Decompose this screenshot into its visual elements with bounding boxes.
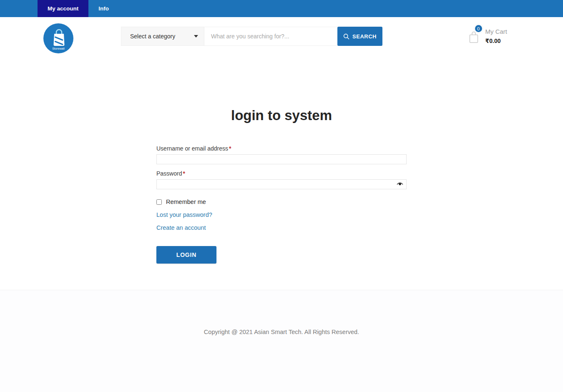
login-form: Username or email address* Password* Rem… [156, 145, 407, 264]
password-field[interactable] [156, 179, 407, 189]
search-input[interactable] [204, 27, 338, 45]
logo-text: Storewall [52, 47, 65, 50]
create-account-link[interactable]: Create an account [156, 224, 407, 231]
search-button-label: SEARCH [352, 33, 377, 40]
password-label: Password* [156, 170, 407, 177]
site-footer: Copyright @ 2021 Asian Smart Tech. All R… [0, 290, 563, 392]
site-header: Storewall Select a category SEARCH 0 My … [0, 17, 563, 69]
username-required-marker: * [229, 145, 231, 152]
login-button[interactable]: LOGIN [156, 246, 216, 264]
password-label-text: Password [156, 170, 182, 177]
mini-cart[interactable]: 0 My Cart ₹0.00 [469, 24, 508, 44]
remember-me-checkbox[interactable] [156, 199, 162, 205]
storewall-logo-icon: Storewall [43, 23, 73, 53]
search-button[interactable]: SEARCH [337, 27, 382, 46]
search-icon [343, 33, 349, 40]
chevron-down-icon [194, 35, 198, 38]
lost-password-link[interactable]: Lost your password? [156, 211, 407, 218]
site-logo[interactable]: Storewall [43, 23, 73, 53]
cart-label: My Cart [485, 28, 508, 35]
remember-me-row: Remember me [156, 199, 407, 205]
topbar-tab-my-account-label: My account [48, 5, 78, 12]
username-field[interactable] [156, 154, 407, 164]
cart-total: ₹0.00 [485, 38, 508, 44]
category-select-value: Select a category [130, 33, 175, 40]
username-label-text: Username or email address [156, 145, 228, 152]
topbar-tab-my-account[interactable]: My account [38, 0, 88, 17]
search-bar: Select a category SEARCH [121, 27, 382, 46]
username-label: Username or email address* [156, 145, 407, 152]
password-field-wrap [156, 179, 407, 189]
category-select[interactable]: Select a category [121, 27, 204, 45]
topbar-tab-info-label: Info [98, 5, 109, 12]
copyright-text: Copyright @ 2021 Asian Smart Tech. All R… [0, 290, 563, 335]
cart-icon-wrap: 0 [469, 24, 481, 43]
cart-texts: My Cart ₹0.00 [485, 24, 508, 44]
page-title: login to system [0, 69, 563, 123]
cart-count-badge: 0 [474, 24, 483, 33]
topbar-tab-info[interactable]: Info [88, 0, 119, 17]
password-visibility-toggle[interactable] [397, 182, 403, 187]
username-field-wrap [156, 154, 407, 164]
eye-icon [397, 182, 403, 187]
topbar: My account Info [0, 0, 563, 17]
remember-me-label: Remember me [166, 199, 206, 205]
password-required-marker: * [183, 170, 185, 177]
main-content: login to system Username or email addres… [0, 69, 563, 290]
